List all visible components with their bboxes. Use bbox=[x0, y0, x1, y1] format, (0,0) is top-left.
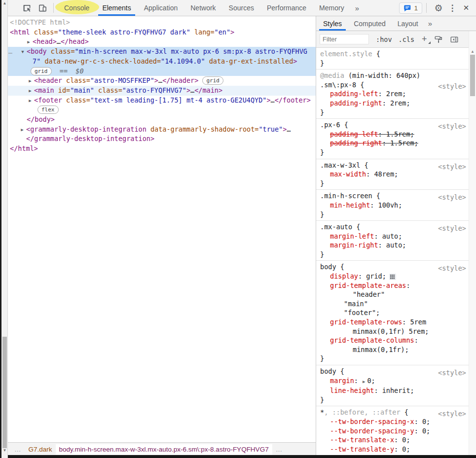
css-property-value[interactable]: 48rem; bbox=[374, 170, 398, 178]
css-property-value[interactable]: 5rem bbox=[410, 318, 427, 326]
dom-tree-row[interactable]: ▶<head>…</head> bbox=[8, 37, 316, 47]
css-property-value[interactable]: 100vh; bbox=[378, 201, 403, 209]
style-source-link[interactable]: <style> bbox=[438, 368, 466, 378]
css-property-value[interactable]: inherit; bbox=[382, 387, 414, 394]
css-property-name[interactable]: --tw-border-spacing-x bbox=[330, 418, 414, 425]
disclosure-arrow-icon[interactable]: ▶ bbox=[27, 76, 33, 86]
css-declaration[interactable]: margin-right: auto; bbox=[316, 241, 469, 250]
close-icon[interactable]: ✕ bbox=[460, 2, 472, 14]
tab-memory[interactable]: Memory bbox=[313, 0, 351, 16]
css-declaration[interactable]: padding-right: 2rem; bbox=[316, 99, 469, 108]
new-style-rule-button[interactable]: + bbox=[422, 34, 427, 44]
dom-tree-row[interactable]: ▶<grammarly-desktop-integration data-gra… bbox=[8, 125, 316, 135]
node-menu-icon[interactable]: … bbox=[8, 47, 12, 57]
css-property-name[interactable]: grid-template-rows bbox=[330, 318, 402, 326]
device-toolbar-icon[interactable] bbox=[37, 2, 48, 14]
css-declaration[interactable]: --tw-translate-x: 0; bbox=[316, 435, 469, 445]
css-property-value[interactable]: auto; bbox=[386, 241, 406, 249]
css-property-name[interactable]: --tw-translate-x bbox=[330, 436, 394, 444]
scrollbar-thumb[interactable] bbox=[470, 55, 475, 96]
flex-badge[interactable]: flex bbox=[37, 106, 59, 114]
css-value-continuation[interactable]: "header" bbox=[316, 290, 469, 299]
css-selector[interactable]: .max-w-3xl bbox=[320, 161, 360, 169]
css-property-name[interactable]: --tw-translate-y bbox=[330, 445, 394, 453]
css-property-name[interactable]: margin-right bbox=[330, 241, 378, 249]
css-property-value[interactable]: 1.5rem; bbox=[386, 130, 414, 138]
css-selector[interactable]: , ::before, ::after bbox=[324, 408, 400, 416]
breadcrumb-item[interactable]: G7.dark bbox=[25, 444, 56, 455]
grid-editor-icon[interactable] bbox=[389, 274, 396, 280]
css-selector[interactable]: .px-6 bbox=[320, 121, 340, 129]
tab-sources[interactable]: Sources bbox=[222, 0, 260, 16]
dom-tree-row[interactable]: ▶<footer class="text-sm leading-[1.75] m… bbox=[8, 96, 316, 106]
grid-badge[interactable]: grid bbox=[202, 76, 223, 85]
dom-tree-row[interactable]: …▼<body class="min-h-screen max-w-3xl mx… bbox=[8, 47, 316, 57]
css-property-value[interactable]: 0; bbox=[422, 418, 430, 425]
style-source-link[interactable]: <style> bbox=[438, 82, 466, 91]
css-selector[interactable]: body bbox=[320, 367, 336, 375]
css-selector[interactable]: .mx-auto bbox=[320, 223, 352, 231]
dom-tree-row[interactable]: <html class="theme-sleek astro-FYQFHVG7 … bbox=[8, 28, 316, 37]
scroll-up-icon[interactable]: ▲ bbox=[469, 49, 476, 55]
css-property-name[interactable]: min-height bbox=[330, 201, 370, 209]
css-property-name[interactable]: grid-template-areas bbox=[330, 282, 406, 289]
style-source-link[interactable]: <style> bbox=[438, 264, 466, 273]
scroll-up-icon[interactable]: ▲ bbox=[1, 0, 8, 6]
dom-tree-row[interactable]: flex bbox=[8, 105, 316, 115]
disclosure-arrow-icon[interactable]: ▶ bbox=[27, 96, 33, 106]
css-value-continuation[interactable]: "main" bbox=[316, 299, 469, 309]
breadcrumb-item[interactable]: body.min-h-screen.max-w-3xl.mx-auto.px-6… bbox=[56, 444, 272, 455]
css-property-name[interactable]: line-height bbox=[330, 387, 374, 394]
dom-tree-row[interactable]: 7" data-new-gr-c-s-check-loaded="14.1094… bbox=[8, 57, 316, 67]
tab-performance[interactable]: Performance bbox=[260, 0, 313, 16]
disclosure-arrow-icon[interactable]: ▼ bbox=[20, 47, 26, 57]
disclosure-arrow-icon[interactable]: ▶ bbox=[19, 125, 25, 135]
scroll-down-icon[interactable]: ▼ bbox=[1, 448, 8, 454]
left-scrollbar[interactable]: ▲ ▼ bbox=[1, 0, 8, 458]
css-property-value[interactable]: 0; bbox=[422, 427, 430, 435]
css-declaration[interactable]: --tw-translate-y: 0; bbox=[316, 445, 469, 454]
pseudo-state-toggle[interactable]: :hov bbox=[376, 35, 392, 43]
styles-tab-computed[interactable]: Computed bbox=[348, 16, 392, 31]
css-property-name[interactable]: grid-template-columns bbox=[330, 336, 414, 344]
css-selector[interactable]: body bbox=[320, 263, 336, 271]
tab-elements[interactable]: Elements bbox=[96, 0, 137, 16]
css-declaration[interactable]: margin: ▶0; bbox=[316, 376, 469, 387]
css-property-value[interactable]: 0; bbox=[367, 377, 375, 385]
grid-badge[interactable]: grid bbox=[31, 67, 52, 75]
disclosure-arrow-icon[interactable]: ▶ bbox=[27, 86, 33, 96]
dom-tree-row[interactable]: grid == $0 bbox=[8, 67, 316, 76]
css-value-continuation[interactable]: minmax(0,1fr) 5rem; bbox=[316, 327, 469, 336]
css-declaration[interactable]: grid-template-areas: bbox=[316, 281, 469, 290]
css-selector[interactable]: element.style bbox=[320, 50, 372, 58]
issues-button[interactable]: 1 bbox=[399, 2, 422, 14]
more-tabs-icon[interactable]: » bbox=[351, 0, 364, 16]
styles-tab-layout[interactable]: Layout bbox=[392, 16, 424, 31]
expand-value-icon[interactable]: ▶ bbox=[363, 379, 365, 384]
css-property-name[interactable]: padding-right bbox=[330, 99, 382, 107]
style-source-link[interactable]: <style> bbox=[438, 409, 466, 419]
dom-tree-row[interactable]: </grammarly-desktop-integration> bbox=[8, 134, 316, 144]
style-source-link[interactable]: <style> bbox=[438, 193, 466, 202]
collapse-sidebar-icon[interactable] bbox=[449, 34, 460, 45]
css-property-name[interactable]: padding-left bbox=[330, 90, 378, 98]
css-property-value[interactable]: 0; bbox=[402, 445, 410, 453]
tab-application[interactable]: Application bbox=[138, 0, 184, 16]
style-source-link[interactable]: <style> bbox=[438, 122, 466, 131]
css-property-value[interactable]: grid; bbox=[366, 272, 386, 280]
css-declaration[interactable]: line-height: inherit; bbox=[316, 386, 469, 395]
css-declaration[interactable]: grid-template-columns: bbox=[316, 336, 469, 345]
tab-console[interactable]: Console bbox=[58, 0, 96, 16]
dom-tree-row[interactable]: ▶<header class="astro-MOSFFKEP">…</heade… bbox=[8, 76, 316, 86]
kebab-menu-icon[interactable]: ⋮ bbox=[446, 2, 458, 14]
dom-tree-row[interactable]: ▶<main id="main" class="astro-FYQFHVG7">… bbox=[8, 86, 316, 96]
css-selector[interactable]: * bbox=[320, 408, 324, 416]
dom-tree-row[interactable]: </html> bbox=[8, 144, 316, 154]
more-tabs-icon[interactable]: » bbox=[424, 16, 436, 31]
scrollbar-thumb[interactable] bbox=[2, 337, 7, 448]
css-selector[interactable]: .min-h-screen bbox=[320, 192, 372, 200]
styles-tab-styles[interactable]: Styles bbox=[317, 16, 348, 31]
css-property-value[interactable]: 2rem; bbox=[386, 90, 406, 98]
css-property-value[interactable]: auto; bbox=[382, 232, 403, 240]
css-property-name[interactable]: margin-left bbox=[330, 232, 374, 240]
